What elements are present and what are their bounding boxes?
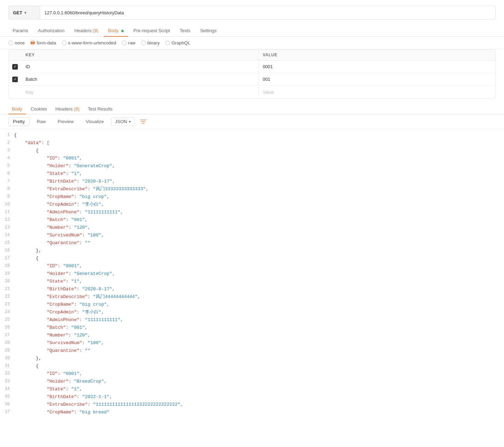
value-field-placeholder[interactable]: Value: [259, 87, 496, 98]
radio-graphql: [165, 41, 170, 45]
json-line: 27 "Number": "120",: [0, 332, 504, 340]
line-content: "CropName": "big breed": [14, 409, 501, 417]
checkbox-checked-icon[interactable]: ✓: [12, 64, 18, 70]
body-type-binary[interactable]: binary: [141, 40, 160, 45]
line-content: "SurvivedNum": "100",: [14, 340, 501, 347]
json-line: 18 "ID": "0001",: [0, 263, 504, 270]
line-number: 37: [3, 409, 14, 417]
json-token-punct: ,: [88, 333, 91, 338]
body-type-form-data[interactable]: form-data: [30, 40, 56, 45]
json-token-key: "Holder": [47, 163, 69, 169]
json-token-punct: :: [69, 225, 74, 230]
json-token-plain: [14, 179, 47, 184]
tab-pre-request[interactable]: Pre-request Script: [129, 25, 174, 37]
line-number: 20: [3, 278, 14, 286]
kv-table-header: KEY VALUE: [9, 50, 495, 61]
json-token-punct: ,: [79, 279, 82, 284]
resp-tab-headers[interactable]: Headers (8): [52, 104, 83, 114]
json-token-punct: :: [66, 279, 71, 284]
checkbox-id[interactable]: ✓: [9, 64, 21, 70]
json-line: 4 "ID": "0001",: [0, 155, 504, 163]
json-token-key: "CropAdmin": [47, 202, 77, 207]
json-token-punct: ,: [107, 302, 109, 307]
line-number: 18: [3, 263, 14, 270]
line-content: "SurvivedNum": "100",: [14, 232, 501, 240]
body-type-form-data-label: form-data: [37, 40, 56, 45]
json-token-plain: [14, 340, 47, 346]
line-content: "ExtraDescribe": "1111111111111112222222…: [14, 401, 501, 409]
checkbox-checked-icon[interactable]: ✓: [12, 77, 18, 82]
line-number: 33: [3, 378, 14, 386]
resp-tab-cookies[interactable]: Cookies: [27, 104, 51, 114]
json-token-string: "120": [74, 333, 88, 338]
json-line: 8 "ExtraDescribe": "风门33333333333333",: [0, 186, 504, 193]
resp-tab-test-results[interactable]: Test Results: [84, 104, 116, 114]
line-content: "Number": "120",: [14, 332, 501, 340]
line-content: "State": "1",: [14, 278, 501, 286]
json-token-key: "State": [47, 386, 66, 392]
line-number: 6: [3, 170, 14, 178]
line-number: 27: [3, 332, 14, 340]
json-token-punct: :: [82, 340, 88, 346]
resp-tab-body[interactable]: Body: [8, 104, 26, 114]
json-token-punct: : [: [41, 140, 49, 146]
json-token-key: "SurvivedNum": [47, 233, 82, 238]
body-type-urlencoded[interactable]: x-www-form-urlencoded: [62, 40, 116, 45]
url-input[interactable]: [40, 10, 495, 15]
json-token-punct: :: [77, 179, 82, 184]
line-number: 14: [3, 232, 14, 240]
json-line: 14 "SurvivedNum": "100",: [0, 232, 504, 240]
line-content: },: [14, 355, 501, 363]
format-preview[interactable]: Preview: [53, 117, 78, 126]
key-field-batch[interactable]: Batch: [21, 74, 259, 85]
value-field-batch[interactable]: 001: [259, 74, 496, 85]
line-number: 35: [3, 393, 14, 401]
json-format-selector[interactable]: JSON ▾: [111, 117, 135, 126]
tab-body[interactable]: Body: [104, 25, 128, 37]
json-token-key: "BirthDate": [47, 394, 77, 399]
tab-headers[interactable]: Headers (9): [70, 25, 103, 37]
body-type-raw[interactable]: raw: [122, 40, 136, 45]
method-selector[interactable]: GET ▾: [9, 6, 40, 19]
format-raw[interactable]: Raw: [32, 117, 50, 126]
json-token-string: "big crop": [79, 302, 107, 307]
radio-raw: [122, 41, 127, 45]
json-token-string: "": [85, 348, 91, 353]
key-field-id[interactable]: ID: [21, 61, 259, 72]
format-pretty[interactable]: Pretty: [8, 117, 29, 126]
format-visualize[interactable]: Visualize: [81, 117, 108, 126]
body-type-binary-label: binary: [147, 40, 160, 45]
tab-params[interactable]: Params: [8, 25, 33, 37]
line-content: "CropName": "big crop",: [14, 301, 501, 309]
filter-icon[interactable]: [137, 118, 149, 126]
json-token-key: "State": [47, 279, 66, 284]
json-token-plain: [14, 194, 47, 199]
value-field-id[interactable]: 0001: [259, 61, 496, 72]
tab-authorization[interactable]: Authorization: [34, 25, 69, 37]
body-type-bar: none form-data x-www-form-urlencoded raw…: [0, 37, 504, 49]
checkbox-batch[interactable]: ✓: [9, 77, 21, 82]
json-token-punct: ,: [120, 210, 123, 215]
json-format-label: JSON: [115, 119, 127, 124]
line-content: "BirthDate": "2020-8-17",: [14, 178, 501, 186]
line-number: 4: [3, 155, 14, 163]
line-number: 36: [3, 401, 14, 409]
line-content: "Holder": "GenerateCrop",: [14, 270, 501, 278]
json-line: 29 "Quarantine": "": [0, 347, 504, 355]
json-token-plain: [14, 371, 47, 376]
body-type-none[interactable]: none: [8, 40, 25, 45]
tab-tests[interactable]: Tests: [175, 25, 194, 37]
tab-settings[interactable]: Settings: [196, 25, 221, 37]
json-line: 7 "BirthDate": "2020-8-17",: [0, 178, 504, 186]
json-token-plain: [14, 202, 47, 207]
json-line: 11 "AdminPhone": "11111111111",: [0, 209, 504, 217]
json-line: 17 {: [0, 255, 504, 263]
key-field-placeholder[interactable]: Key: [21, 87, 259, 98]
json-token-plain: [14, 171, 47, 176]
json-token-plain: [14, 263, 47, 269]
body-type-graphql[interactable]: GraphQL: [165, 40, 190, 45]
json-line: 28 "SurvivedNum": "100",: [0, 340, 504, 347]
line-content: {: [14, 132, 501, 140]
json-line: 33 "Holder": "BreedCrop",: [0, 378, 504, 386]
line-number: 10: [3, 201, 14, 209]
